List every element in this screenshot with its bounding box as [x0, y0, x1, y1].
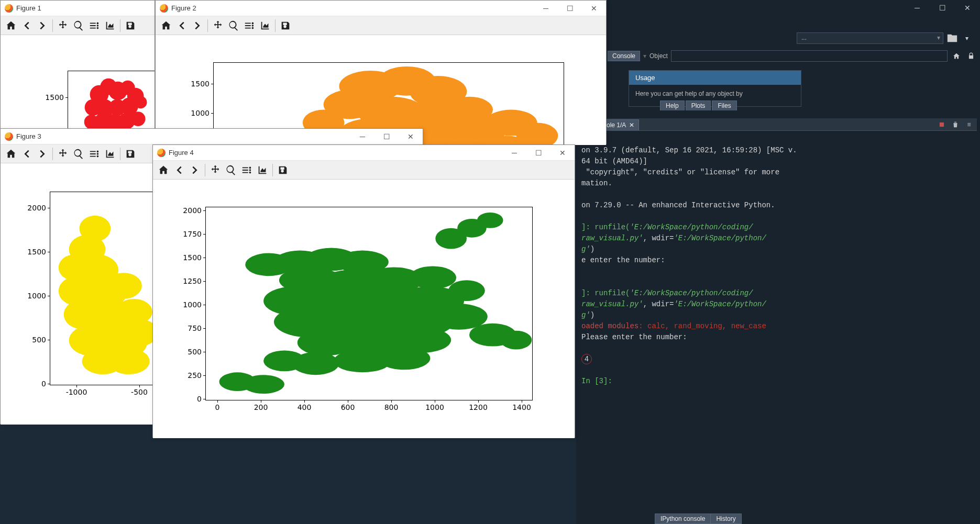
home-icon[interactable] — [4, 147, 18, 161]
ide-maximize-button[interactable]: ☐ — [930, 0, 955, 16]
figure-1-canvas[interactable]: 1500 — [1, 35, 155, 129]
figure-2-window: Figure 2 ─ ☐ ✕ 1500 1000 — [155, 0, 607, 144]
back-icon[interactable] — [172, 163, 186, 177]
maximize-button[interactable]: ☐ — [375, 129, 399, 144]
back-icon[interactable] — [174, 18, 189, 33]
svg-point-79 — [477, 213, 503, 228]
figure-3-titlebar[interactable]: Figure 3 ─ ☐ ✕ — [1, 129, 423, 144]
ytick-label: 1500 — [191, 80, 214, 88]
forward-icon[interactable] — [188, 163, 202, 177]
minimize-button[interactable]: ─ — [534, 1, 558, 16]
ide-pane-tabs: Help Plots Files — [660, 101, 738, 110]
folder-open-icon[interactable] — [946, 32, 958, 44]
close-button[interactable]: ✕ — [582, 1, 606, 16]
forward-icon[interactable] — [190, 18, 205, 33]
figure-4-canvas[interactable]: 2000 1750 1500 1250 1000 750 500 250 0 0… — [153, 180, 575, 438]
minimize-button[interactable]: ─ — [350, 129, 375, 144]
ytick-label: 1000 — [27, 292, 50, 300]
edit-axes-icon[interactable] — [103, 18, 117, 33]
home-icon[interactable] — [156, 163, 171, 177]
edit-axes-icon[interactable] — [103, 147, 117, 161]
figure-2-toolbar — [156, 16, 606, 35]
console-source-button[interactable]: Console — [608, 51, 640, 61]
trash-icon[interactable] — [950, 119, 961, 130]
tab-help[interactable]: Help — [660, 101, 685, 110]
figure-3-scatter — [59, 216, 158, 374]
stop-icon[interactable] — [936, 119, 948, 130]
tab-files[interactable]: Files — [712, 101, 736, 110]
figure-4-toolbar — [153, 161, 575, 180]
svg-point-43 — [105, 273, 142, 299]
ytick-label: 1000 — [191, 109, 214, 117]
home-icon[interactable] — [4, 18, 18, 33]
configure-icon[interactable] — [242, 18, 257, 33]
close-icon[interactable]: ✕ — [629, 121, 634, 129]
zoom-icon[interactable] — [71, 147, 86, 161]
back-icon[interactable] — [19, 18, 34, 33]
svg-point-82 — [448, 280, 485, 301]
figure-2-title: Figure 2 — [171, 4, 534, 12]
menu-icon[interactable]: ≡ — [963, 119, 975, 130]
home-icon[interactable] — [951, 50, 962, 62]
zoom-icon[interactable] — [224, 163, 238, 177]
zoom-icon[interactable] — [71, 18, 86, 33]
ipython-console[interactable]: on 3.9.7 (default, Sep 16 2021, 16:59:28… — [576, 131, 977, 514]
close-button[interactable]: ✕ — [399, 129, 423, 144]
configure-icon[interactable] — [239, 163, 254, 177]
svg-point-13 — [135, 96, 147, 109]
matplotlib-icon — [157, 149, 166, 157]
ide-bottom-tabs: IPython console History — [655, 514, 742, 524]
figure-1-toolbar — [1, 16, 155, 35]
maximize-button[interactable]: ☐ — [558, 1, 582, 16]
ide-path-dropdown[interactable]: ... — [797, 32, 943, 44]
pan-icon[interactable] — [56, 18, 70, 33]
save-icon[interactable] — [276, 163, 290, 177]
forward-icon[interactable] — [35, 147, 50, 161]
ide-close-button[interactable]: ✕ — [955, 0, 980, 16]
save-icon[interactable] — [278, 18, 293, 33]
ide-window-controls: ─ ☐ ✕ — [905, 0, 980, 16]
pan-icon[interactable] — [208, 163, 223, 177]
edit-axes-icon[interactable] — [255, 163, 270, 177]
home-icon[interactable] — [159, 18, 173, 33]
ide-minimize-button[interactable]: ─ — [905, 0, 930, 16]
figure-4-titlebar[interactable]: Figure 4 ─ ☐ ✕ — [153, 145, 575, 161]
figure-1-title: Figure 1 — [16, 4, 155, 12]
back-icon[interactable] — [19, 147, 34, 161]
ide-panel: ─ ☐ ✕ ... ▾ Console ▾ Object Usage Here … — [576, 0, 980, 524]
matplotlib-icon — [5, 132, 13, 141]
pan-icon[interactable] — [211, 18, 225, 33]
configure-icon[interactable] — [87, 18, 102, 33]
zoom-icon[interactable] — [226, 18, 241, 33]
figure-2-titlebar[interactable]: Figure 2 ─ ☐ ✕ — [156, 1, 606, 16]
save-icon[interactable] — [123, 18, 138, 33]
ytick-label: 1500 — [183, 253, 206, 262]
matplotlib-icon — [160, 4, 168, 13]
figure-1-window: Figure 1 1500 — [0, 0, 155, 128]
svg-point-51 — [108, 348, 150, 374]
figure-4-title: Figure 4 — [169, 149, 502, 157]
svg-rect-0 — [940, 122, 944, 127]
tab-history[interactable]: History — [711, 514, 741, 524]
ytick-label: 1000 — [183, 300, 206, 309]
minimize-button[interactable]: ─ — [502, 145, 526, 161]
tab-ipython-console[interactable]: IPython console — [655, 514, 711, 524]
figure-1-titlebar[interactable]: Figure 1 — [1, 1, 155, 16]
close-button[interactable]: ✕ — [550, 145, 575, 161]
forward-icon[interactable] — [35, 18, 50, 33]
svg-point-18 — [131, 112, 146, 126]
figure-4-scatter — [219, 213, 532, 394]
console-tabrow: ☐ Console 1/A ✕ ≡ — [576, 118, 977, 131]
configure-icon[interactable] — [87, 147, 102, 161]
ytick-label: 2000 — [27, 204, 50, 212]
object-input[interactable] — [671, 50, 948, 62]
edit-axes-icon[interactable] — [258, 18, 272, 33]
svg-point-59 — [410, 266, 457, 289]
save-icon[interactable] — [123, 147, 138, 161]
tab-plots[interactable]: Plots — [686, 101, 711, 110]
maximize-button[interactable]: ☐ — [526, 145, 550, 161]
lock-icon[interactable] — [965, 50, 977, 62]
ytick-label: 1500 — [45, 93, 68, 102]
chevron-down-icon[interactable]: ▾ — [961, 32, 973, 44]
pan-icon[interactable] — [56, 147, 70, 161]
